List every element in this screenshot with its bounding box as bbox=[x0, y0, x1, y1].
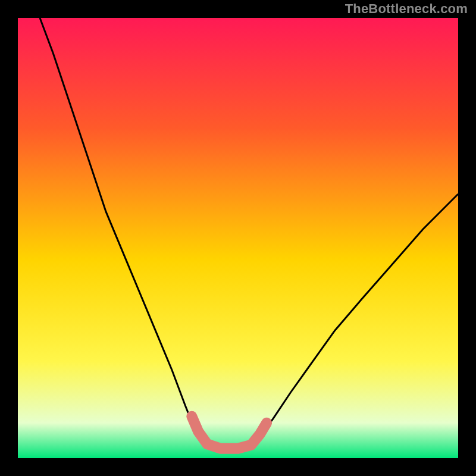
bottleneck-chart bbox=[0, 0, 476, 476]
chart-frame: { "watermark": "TheBottleneck.com", "cha… bbox=[0, 0, 476, 476]
watermark-text: TheBottleneck.com bbox=[345, 1, 468, 17]
gradient-background bbox=[18, 18, 458, 458]
